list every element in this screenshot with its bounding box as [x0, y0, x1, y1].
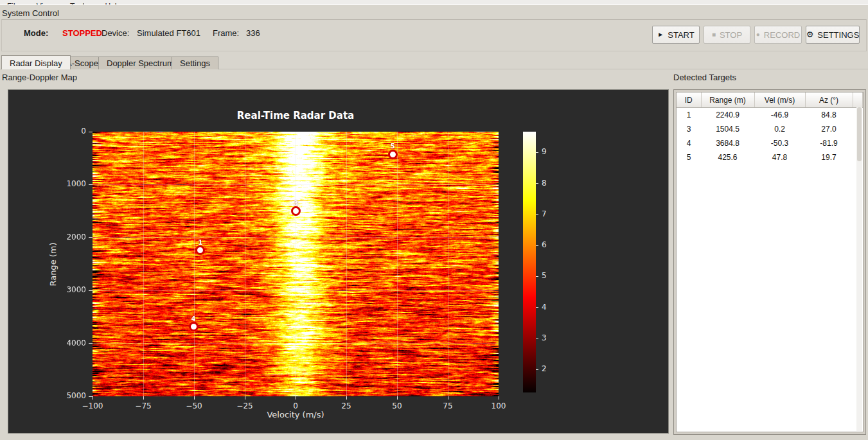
- x-tick-label: −100: [76, 401, 109, 410]
- table-cell: 2240.9: [701, 108, 754, 123]
- x-tick-mark: [93, 396, 93, 400]
- colorbar-tick-label: 2: [542, 364, 547, 373]
- colorbar-tick-label: 4: [542, 303, 547, 312]
- colorbar-tick-mark: [536, 276, 538, 277]
- column-header-filler: [853, 92, 863, 108]
- system-control-group-title: System Control: [2, 8, 59, 18]
- gridline-horizontal: [93, 343, 499, 344]
- gridline-vertical: [194, 132, 195, 396]
- y-tick-label: 0: [50, 127, 86, 136]
- x-tick-mark: [346, 396, 347, 400]
- detected-targets-panel: IDRange (m)Vel (m/s)Az (°) 12240.9-46.98…: [673, 89, 866, 435]
- stop-button[interactable]: ■ STOP: [704, 26, 750, 44]
- tab-doppler-spectrum[interactable]: Doppler Spectrum: [98, 57, 182, 69]
- x-tick-mark: [448, 396, 448, 400]
- table-cell: 425.6: [701, 150, 754, 164]
- y-tick-mark: [89, 132, 93, 132]
- x-tick-mark: [499, 396, 499, 400]
- table-row[interactable]: 5425.647.819.7: [677, 150, 863, 164]
- x-tick-label: −25: [229, 401, 261, 410]
- x-axis-label: Velocity (m/s): [93, 410, 499, 419]
- colorbar-tick-mark: [536, 245, 538, 246]
- gridline-vertical: [346, 132, 347, 396]
- table-cell: 3684.8: [701, 136, 754, 150]
- device-value: Simulated FT601: [137, 28, 200, 38]
- x-tick-mark: [296, 396, 296, 400]
- x-tick-label: 75: [432, 401, 464, 410]
- x-tick-label: 100: [483, 401, 515, 410]
- menu-file[interactable]: File: [0, 1, 26, 5]
- detected-targets-table-container: IDRange (m)Vel (m/s)Az (°) 12240.9-46.98…: [676, 92, 864, 432]
- menu-tools[interactable]: Tools: [63, 1, 95, 5]
- menu-help[interactable]: Help: [98, 1, 128, 5]
- y-tick-label: 3000: [50, 285, 86, 294]
- x-tick-mark: [245, 396, 245, 400]
- detected-targets-table: IDRange (m)Vel (m/s)Az (°) 12240.9-46.98…: [677, 92, 863, 164]
- colorbar-tick-label: 5: [542, 271, 547, 280]
- mode-value: STOPPED: [62, 28, 102, 38]
- table-row[interactable]: 12240.9-46.984.8: [677, 108, 863, 123]
- gridline-vertical: [245, 132, 245, 396]
- gridline-vertical: [296, 132, 296, 396]
- colorbar-tick-mark: [536, 307, 538, 308]
- table-row[interactable]: 43684.8-50.3-81.9: [677, 136, 863, 150]
- tab-settings[interactable]: Settings: [172, 57, 218, 69]
- table-cell: 4: [677, 136, 701, 150]
- x-tick-label: −75: [127, 401, 159, 410]
- target-marker-label: 1: [198, 239, 202, 246]
- x-tick-label: 50: [381, 401, 413, 410]
- gridline-vertical: [143, 132, 144, 396]
- target-marker-label: 3: [294, 200, 298, 207]
- system-control-toolbar: Mode: STOPPED Device: Simulated FT601 Fr…: [1, 19, 867, 51]
- start-button[interactable]: ► START: [652, 26, 700, 44]
- table-cell: 5: [677, 150, 701, 164]
- gridline-horizontal: [93, 290, 499, 291]
- target-marker-label: 4: [191, 315, 196, 322]
- colorbar-tick-label: 7: [542, 209, 547, 218]
- colorbar-tick-label: 8: [542, 179, 547, 188]
- table-cell: 84.8: [805, 108, 853, 123]
- column-header[interactable]: Vel (m/s): [754, 92, 805, 108]
- x-tick-label: −50: [178, 401, 210, 410]
- table-cell: -50.3: [754, 136, 805, 150]
- tab-bar: Radar Display A-Scope Doppler Spectrum S…: [0, 55, 868, 69]
- x-tick-label: 25: [330, 401, 362, 410]
- colorbar-tick-mark: [536, 369, 538, 370]
- table-row[interactable]: 31504.50.227.0: [677, 122, 863, 136]
- frame-value: 336: [246, 28, 260, 38]
- column-header[interactable]: Range (m): [701, 92, 754, 108]
- table-cell: -81.9: [805, 136, 853, 150]
- gridline-vertical: [448, 132, 448, 396]
- y-tick-label: 2000: [50, 233, 86, 242]
- colorbar-tick-label: 9: [542, 147, 547, 156]
- y-axis-label: Range (m): [48, 236, 58, 294]
- table-cell: 3: [677, 122, 701, 136]
- x-tick-label: 0: [279, 401, 312, 410]
- table-scrollbar[interactable]: [856, 107, 862, 431]
- x-tick-mark: [397, 396, 398, 400]
- device-label: Device:: [102, 28, 129, 38]
- gridline-horizontal: [93, 237, 499, 238]
- target-marker-label: 5: [391, 143, 395, 150]
- column-header[interactable]: ID: [677, 92, 701, 108]
- colorbar-tick-label: 6: [542, 240, 547, 249]
- table-cell: 1504.5: [701, 122, 754, 136]
- table-header-row[interactable]: IDRange (m)Vel (m/s)Az (°): [677, 92, 863, 108]
- x-tick-mark: [194, 396, 195, 400]
- menu-view[interactable]: View: [30, 1, 60, 5]
- mode-label: Mode:: [24, 28, 48, 38]
- colorbar-tick-mark: [536, 152, 538, 153]
- detected-targets-label: Detected Targets: [673, 73, 736, 82]
- plot-title: Real-Time Radar Data: [93, 110, 499, 121]
- table-cell: 27.0: [805, 122, 853, 136]
- table-scrollbar-thumb[interactable]: [857, 107, 862, 161]
- column-header[interactable]: Az (°): [805, 92, 853, 108]
- settings-button[interactable]: ⚙ SETTINGS: [806, 26, 860, 44]
- colorbar-tick-label: 3: [542, 333, 547, 342]
- tab-radar-display[interactable]: Radar Display: [1, 55, 71, 69]
- table-cell: 19.7: [805, 150, 853, 164]
- table-cell: 1: [677, 108, 701, 123]
- frame-label: Frame:: [213, 28, 239, 38]
- record-button[interactable]: ● RECORD: [754, 26, 802, 44]
- y-tick-label: 4000: [50, 339, 86, 348]
